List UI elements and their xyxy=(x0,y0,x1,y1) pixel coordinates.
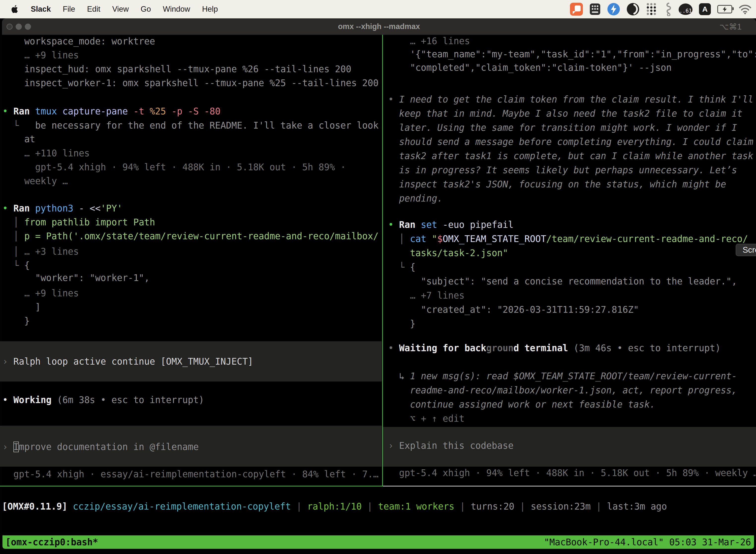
text-segment: … +16 lines xyxy=(388,36,470,46)
terminal-line: task2 after task1 is complete, but can I… xyxy=(388,149,753,163)
terminal-line: at xyxy=(2,132,35,146)
text-segment: /team/review-current-readme-and-reco/ xyxy=(546,233,748,244)
text-segment: "created_at": "2026-03-31T11:59:27.816Z" xyxy=(388,304,639,315)
text-segment: capture-pane xyxy=(63,106,133,117)
screenshot-tooltip[interactable]: Scre xyxy=(736,244,756,256)
text-segment: inspect_worker-1: omx sparkshell --tmux-… xyxy=(2,78,378,88)
terminal-line: inspect_hud: omx sparkshell --tmux-pane … xyxy=(2,62,351,76)
zap-icon[interactable] xyxy=(607,3,620,16)
menu-bar-left: Slack File Edit View Go Window Help xyxy=(0,5,218,14)
text-segment: " xyxy=(432,233,437,244)
wifi-icon[interactable] xyxy=(739,4,752,14)
text-segment: continue assigned work or next feasible … xyxy=(388,399,655,410)
text-segment: last:3m ago xyxy=(607,501,667,512)
terminal-line: gpt-5.4 xhigh · 94% left · 488K in · 5.1… xyxy=(388,466,756,480)
text-segment: "worker": "worker-1", xyxy=(2,273,149,283)
text-segment: └ xyxy=(388,262,410,273)
terminal-line: ↳ 1 new msg(s): read $OMX_TEAM_STATE_ROO… xyxy=(388,369,737,383)
menu-item-slack[interactable]: Slack xyxy=(31,5,51,14)
terminal-line: inspect task2's JSON, focusing on the st… xyxy=(388,177,726,191)
terminal-line: ] xyxy=(2,300,41,314)
text-segment: └ xyxy=(2,260,24,271)
menu-item-help[interactable]: Help xyxy=(202,5,218,14)
text-segment: - << xyxy=(79,203,101,214)
menu-item-edit[interactable]: Edit xyxy=(87,5,100,14)
terminal-line: └ { xyxy=(388,260,416,274)
text-segment: ralph:1/10 xyxy=(307,501,362,512)
menu-bar: Slack File Edit View Go Window Help xyxy=(0,0,756,18)
menu-bar-status-icons: ..61 A xyxy=(570,2,756,16)
pane-border-bottom-right xyxy=(383,486,756,487)
terminal-line: [OMX#0.11.9] cczip/essay/ai-reimplementa… xyxy=(2,499,667,513)
hook-icon[interactable] xyxy=(663,2,672,16)
text-segment: "subject": "send a concise recommendatio… xyxy=(388,276,737,287)
window-shortcut: ⌥⌘1 xyxy=(719,18,742,35)
dots-grid-icon[interactable] xyxy=(646,2,657,16)
text-segment: should send a message before completing … xyxy=(388,136,753,147)
menu-item-file[interactable]: File xyxy=(63,5,75,14)
terminal-line: • I need to get the claim token from the… xyxy=(388,92,753,107)
text-segment: groun xyxy=(486,343,514,353)
text-segment: • xyxy=(2,395,13,405)
tmux-session-label[interactable]: [omx-cczip0:bash* xyxy=(5,537,98,548)
text-segment: │ xyxy=(388,233,410,244)
menu-item-view[interactable]: View xyxy=(112,5,129,14)
chat-app-icon[interactable] xyxy=(570,3,583,16)
text-segment: | xyxy=(291,501,307,512)
text-segment: { xyxy=(410,262,416,273)
terminal-line: "worker": "worker-1", xyxy=(2,271,149,285)
text-segment: • xyxy=(388,343,399,353)
tmux-status-bar: [omx-cczip0:bash* "MacBook-Pro-44.local"… xyxy=(2,535,754,549)
menu-item-go[interactable]: Go xyxy=(141,5,151,14)
text-segment: › xyxy=(2,356,13,367)
terminal-line: ⌥ + ↑ edit xyxy=(388,411,464,426)
text-segment: (6m 38s • esc to interrupt) xyxy=(52,395,204,405)
text-segment: turns:20 xyxy=(471,501,514,512)
terminal-line: • Working (6m 38s • esc to interrupt) xyxy=(2,393,204,407)
terminal-line: gpt-5.4 xhigh · essay/ai-reimplementatio… xyxy=(2,467,378,481)
text-segment: gpt-5.4 xhigh · 94% left · 488K in · 5.1… xyxy=(388,467,756,478)
badge-61-icon[interactable]: ..61 xyxy=(679,3,693,15)
text-segment: is in progress? It seems likely but perh… xyxy=(388,165,737,175)
text-segment: cat xyxy=(410,233,432,244)
chat-bubble-icon xyxy=(570,3,583,16)
text-segment: │ … +3 lines xyxy=(2,246,79,257)
terminal-line: › Explain this codebase xyxy=(388,439,513,453)
text-segment: ⌥ + ↑ edit xyxy=(388,413,464,424)
text-segment: • xyxy=(2,106,13,117)
terminal-line: │ from pathlib import Path xyxy=(2,215,155,229)
input-source-icon[interactable]: A xyxy=(699,3,711,15)
text-segment: Working xyxy=(13,395,52,405)
apple-menu-icon[interactable] xyxy=(11,5,19,14)
text-segment: (3m 46s • esc to interrupt) xyxy=(568,343,720,353)
text-segment: Ran xyxy=(13,203,35,214)
window-titlebar[interactable]: omx --xhigh --madmax ⌥⌘1 xyxy=(2,18,756,35)
text-segment: python3 xyxy=(35,203,79,214)
text-segment: readme-and-reco/mailbox/worker-1.json, a… xyxy=(388,385,737,396)
text-segment: › xyxy=(388,440,399,451)
terminal-line: inspect_worker-1: omx sparkshell --tmux-… xyxy=(2,76,378,90)
text-segment: | xyxy=(454,501,471,512)
terminal-line: } xyxy=(2,314,30,328)
text-segment: from pathlib import Path xyxy=(24,217,155,228)
pane-left[interactable]: workspace_mode: worktree … +9 lines insp… xyxy=(0,35,382,486)
text-segment: d terminal xyxy=(513,343,568,353)
text-segment: { xyxy=(24,260,30,271)
pane-divider[interactable] xyxy=(382,35,383,487)
text-cursor: I xyxy=(13,442,19,452)
pie-icon[interactable] xyxy=(627,3,639,16)
terminal-line: keep that in mind. Maybe I also need the… xyxy=(388,107,742,121)
terminal-line: › Ralph loop active continue [OMX_TMUX_I… xyxy=(2,354,253,369)
text-segment: at xyxy=(2,134,35,145)
text-segment: gpt-5.4 xhigh · 94% left · 488K in · 5.1… xyxy=(2,162,346,172)
text-segment: … +9 lines xyxy=(2,288,79,298)
menu-item-window[interactable]: Window xyxy=(163,5,190,14)
text-segment: '{"team_name":"my-team","task_id":"1","f… xyxy=(388,49,756,60)
text-segment: workspace_mode: worktree xyxy=(2,36,155,47)
battery-icon[interactable] xyxy=(717,5,732,13)
terminal-line: … +7 lines xyxy=(388,288,464,302)
text-segment: "completed","claim_token":"claim-token"}… xyxy=(388,62,672,73)
text-segment: | xyxy=(362,501,378,512)
pane-right[interactable]: … +16 lines '{"team_name":"my-team","tas… xyxy=(383,35,756,486)
keyboard-icon[interactable] xyxy=(589,3,601,15)
